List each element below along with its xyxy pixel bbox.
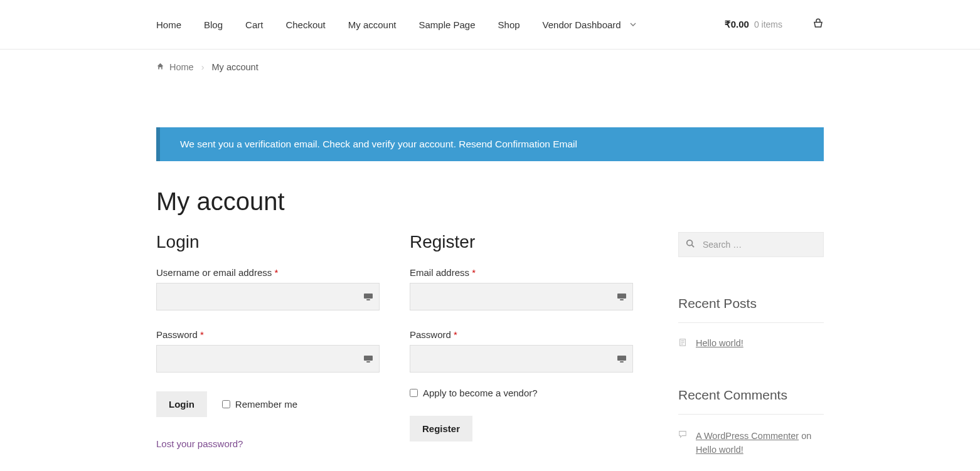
login-button[interactable]: Login xyxy=(156,391,207,417)
lost-password-link[interactable]: Lost your password? xyxy=(156,438,380,449)
recent-post-link[interactable]: Hello world! xyxy=(696,338,743,348)
nav-home[interactable]: Home xyxy=(156,19,181,30)
nav-checkout[interactable]: Checkout xyxy=(285,19,325,30)
breadcrumb-current: My account xyxy=(212,62,258,72)
nav-sample-page[interactable]: Sample Page xyxy=(418,19,475,30)
register-password-input[interactable] xyxy=(410,345,633,373)
remember-me[interactable]: Remember me xyxy=(222,399,297,410)
comment-author-link[interactable]: A WordPress Commenter xyxy=(696,431,799,441)
breadcrumb-home-label: Home xyxy=(169,62,194,72)
apply-vendor[interactable]: Apply to become a vendor? xyxy=(410,388,633,398)
cart-item-count: 0 items xyxy=(754,19,782,29)
notice-text: We sent you a verification email. Check … xyxy=(180,139,459,149)
recent-comment-item: A WordPress Commenter on Hello world! xyxy=(678,430,824,457)
document-icon xyxy=(678,338,687,349)
apply-vendor-checkbox[interactable] xyxy=(410,389,418,397)
basket-icon[interactable] xyxy=(812,18,824,31)
apply-vendor-label: Apply to become a vendor? xyxy=(423,388,538,398)
login-username-input[interactable] xyxy=(156,283,380,310)
register-button[interactable]: Register xyxy=(410,416,472,442)
home-icon xyxy=(156,62,164,72)
register-email-input[interactable] xyxy=(410,283,633,310)
recent-post-item: Hello world! xyxy=(678,338,824,349)
nav-cart[interactable]: Cart xyxy=(245,19,263,30)
nav-blog[interactable]: Blog xyxy=(204,19,223,30)
login-username-label: Username or email address * xyxy=(156,267,380,278)
search-widget xyxy=(678,232,824,257)
comment-icon xyxy=(678,430,687,440)
register-email-label: Email address * xyxy=(410,267,633,278)
cart-summary[interactable]: ₹0.00 0 items xyxy=(725,19,782,30)
comment-on-text: on xyxy=(799,431,811,441)
recent-comments-title: Recent Comments xyxy=(678,388,824,415)
breadcrumb-separator: › xyxy=(201,62,205,72)
login-password-label: Password * xyxy=(156,329,380,340)
primary-nav: Home Blog Cart Checkout My account Sampl… xyxy=(156,0,824,49)
register-password-label: Password * xyxy=(410,329,633,340)
login-heading: Login xyxy=(156,232,380,252)
search-icon xyxy=(686,239,695,250)
comment-post-link[interactable]: Hello world! xyxy=(696,445,743,455)
remember-me-label: Remember me xyxy=(235,399,297,410)
nav-vendor-dashboard[interactable]: Vendor Dashboard xyxy=(543,19,636,30)
breadcrumb: Home › My account xyxy=(156,50,824,72)
login-password-input[interactable] xyxy=(156,345,380,373)
svg-line-9 xyxy=(692,245,695,248)
search-input[interactable] xyxy=(678,232,824,257)
nav-vendor-dashboard-label: Vendor Dashboard xyxy=(543,19,621,30)
breadcrumb-home[interactable]: Home xyxy=(156,62,194,72)
cart-price: ₹0.00 xyxy=(725,19,749,30)
login-form: Login Username or email address * Passwo… xyxy=(156,232,380,471)
nav-shop[interactable]: Shop xyxy=(498,19,520,30)
recent-posts-title: Recent Posts xyxy=(678,296,824,323)
sidebar: Recent Posts Hello world! Recent Comment… xyxy=(678,232,824,471)
info-notice: We sent you a verification email. Check … xyxy=(156,127,824,161)
remember-me-checkbox[interactable] xyxy=(222,400,230,408)
register-form: Register Email address * Password * xyxy=(410,232,633,471)
resend-confirmation-link[interactable]: Resend Confirmation Email xyxy=(459,139,577,149)
page-title: My account xyxy=(156,188,824,216)
chevron-down-icon xyxy=(630,21,636,28)
register-heading: Register xyxy=(410,232,633,252)
nav-my-account[interactable]: My account xyxy=(348,19,397,30)
svg-point-8 xyxy=(687,240,693,246)
